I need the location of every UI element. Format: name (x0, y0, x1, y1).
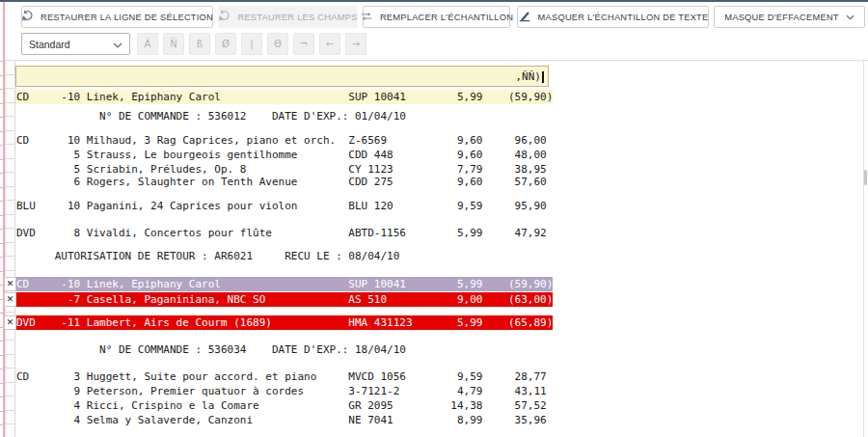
mask-text-sample-button[interactable]: MASQUER L'ÉCHANTILLON DE TEXTE (517, 6, 709, 28)
mask-text-icon (518, 10, 531, 24)
terminal-item-row[interactable]: CD 3 Huggett, Suite pour accord. et pian… (15, 369, 547, 384)
restore-selection-line-label: RESTAURER LA LIGNE DE SÉLECTION (41, 13, 213, 22)
special-char-button: Ñ (163, 33, 184, 55)
terminal-item-row[interactable]: BLU 10 Paganini, 24 Caprices pour violon… (15, 199, 547, 213)
special-char-button: ß (189, 33, 210, 55)
erase-mask-label: MASQUE D'EFFACEMENT (724, 13, 839, 22)
replace-sample-button[interactable]: REMPLACER L'ÉCHANTILLON (363, 6, 510, 28)
app-window: RESTAURER LA LIGNE DE SÉLECTION RESTAURE… (0, 0, 868, 437)
restore-fields-button: RESTAURER LES CHAMPS (218, 6, 358, 28)
scrollbar-thumb[interactable] (864, 170, 867, 185)
terminal-item-row[interactable]: CD -10 Linek, Epiphany Carol SUP 10041 5… (15, 90, 553, 104)
special-char-button: → (345, 33, 366, 55)
scrollbar-track[interactable] (863, 61, 864, 437)
terminal-screen: ,ÑÑ) CD -10 Linek, Epiphany Carol SUP 10… (0, 61, 849, 437)
terminal-item-row[interactable]: 9 Peterson, Premier quatuor à cordes 3-7… (15, 384, 547, 398)
terminal-item-row[interactable]: 6 Rogers, Slaughter on Tenth Avenue CDD … (15, 175, 547, 189)
mask-text-sample-label: MASQUER L'ÉCHANTILLON DE TEXTE (538, 13, 709, 22)
charset-select-value: Standard (29, 39, 70, 50)
terminal-item-row[interactable]: 4 Ricci, Crispino e la Comare GR 2095 14… (15, 398, 547, 413)
chevron-down-icon (113, 39, 122, 50)
special-char-button: Θ (267, 33, 288, 55)
terminal-text-row: N° DE COMMANDE : 536034 DATE D'EXP.: 18/… (15, 342, 406, 357)
replace-sample-icon (360, 11, 373, 24)
terminal-text-row: AUTORISATION DE RETOUR : AR6021 RECU LE … (15, 249, 399, 263)
terminal-item-row[interactable]: DVD -11 Lambert, Airs de Courm (1689) HM… (15, 315, 553, 330)
restore-selection-line-button[interactable]: RESTAURER LA LIGNE DE SÉLECTION (21, 6, 213, 28)
terminal-text-row: N° DE COMMANDE : 536012 DATE D'EXP.: 01/… (15, 109, 406, 123)
special-char-button: ¬ (293, 33, 314, 55)
terminal-item-row[interactable]: 5 Strauss, Le bourgeois gentilhomme CDD … (15, 148, 547, 162)
window-top-border (0, 0, 868, 2)
mask-input-value: ,ÑÑ) (516, 70, 542, 83)
special-char-button: ← (319, 33, 340, 55)
text-cursor (542, 71, 544, 83)
restore-fields-icon (218, 10, 231, 24)
special-char-button: Ø (215, 33, 236, 55)
terminal-item-row[interactable]: CD 10 Milhaud, 3 Rag Caprices, piano et … (15, 133, 547, 148)
terminal-item-row[interactable]: -7 Casella, Paganiniana, NBC SO AS 510 9… (15, 292, 553, 307)
restore-selection-icon (21, 10, 34, 24)
chevron-down-icon (846, 13, 854, 22)
remove-row-button[interactable]: ✕ (4, 315, 16, 330)
terminal-item-row[interactable]: DVD 8 Vivaldi, Concertos pour flûte ABTD… (15, 226, 547, 240)
remove-row-button[interactable]: ✕ (4, 277, 16, 291)
remove-row-button[interactable]: ✕ (4, 292, 16, 307)
charset-select[interactable]: Standard (21, 33, 130, 55)
terminal-item-row[interactable]: 4 Selma y Salaverde, Canzoni NE 7041 8,9… (15, 413, 547, 427)
special-char-button: | (241, 33, 262, 55)
special-char-button: Ã (137, 33, 158, 55)
erase-mask-dropdown-button[interactable]: MASQUE D'EFFACEMENT (714, 6, 865, 28)
restore-fields-label: RESTAURER LES CHAMPS (237, 13, 357, 22)
mask-input-field[interactable]: ,ÑÑ) (15, 66, 549, 87)
replace-sample-label: REMPLACER L'ÉCHANTILLON (380, 13, 513, 22)
terminal-item-row[interactable]: CD -10 Linek, Epiphany Carol SUP 10041 5… (15, 277, 553, 291)
